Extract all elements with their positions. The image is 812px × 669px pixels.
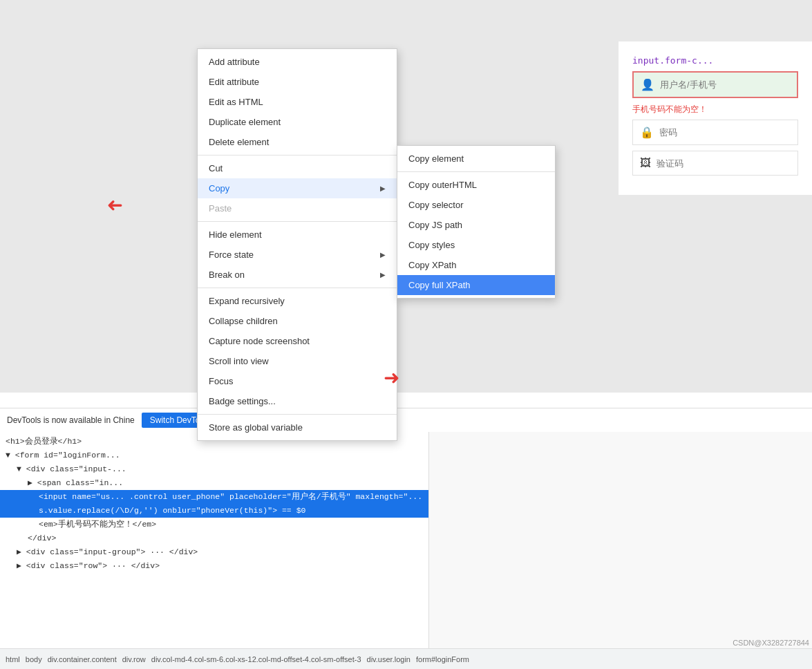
- menu-item-label: Break on: [209, 270, 245, 280]
- menu-item-label: Collapse children: [209, 316, 278, 326]
- html-line-8[interactable]: ▶ <div class="input-group"> ··· </div>: [0, 545, 428, 559]
- devtools-html-panel: <h1>会员登录</h1>▼ <form id="loginForm...▼ <…: [0, 432, 428, 648]
- submenu-item-copy-xpath[interactable]: Copy XPath: [397, 255, 555, 275]
- submenu-item-label: Copy element: [408, 153, 464, 164]
- html-line-7[interactable]: </div>: [0, 531, 428, 545]
- menu-item-edit-as-html[interactable]: Edit as HTML: [198, 92, 397, 112]
- html-line-5[interactable]: s.value.replace(/\D/g,'') onblur="phoneV…: [0, 504, 428, 518]
- copy-submenu: Copy elementCopy outerHTMLCopy selectorC…: [397, 145, 556, 299]
- menu-item-force-state[interactable]: Force state▶: [198, 245, 397, 265]
- menu-item-copy[interactable]: Copy▶: [198, 178, 397, 198]
- menu-item-label: Duplicate element: [209, 117, 281, 127]
- notification-text: DevTools is now available in Chine: [7, 415, 135, 425]
- submenu-arrow-icon: ▶: [380, 185, 386, 192]
- submenu-arrow-icon: ▶: [380, 251, 386, 258]
- html-line-3[interactable]: ▶ <span class="in...: [0, 476, 428, 490]
- password-input[interactable]: [659, 127, 791, 138]
- menu-item-label: Edit attribute: [209, 77, 259, 87]
- menu-item-paste: Paste: [198, 198, 397, 218]
- captcha-field[interactable]: 🖼: [632, 151, 798, 176]
- menu-item-cut[interactable]: Cut: [198, 158, 397, 178]
- menu-divider: [198, 288, 397, 288]
- captcha-input[interactable]: [657, 158, 791, 169]
- html-line-2[interactable]: ▼ <div class="input-...: [0, 462, 428, 476]
- arrow-right-indicator: ➜: [384, 366, 399, 389]
- menu-item-add-attribute[interactable]: Add attribute: [198, 52, 397, 72]
- submenu-arrow-icon: ▶: [380, 271, 386, 279]
- menu-item-label: Badge settings...: [209, 396, 276, 406]
- menu-item-label: Delete element: [209, 137, 269, 147]
- submenu-item-copy-outerhtml[interactable]: Copy outerHTML: [397, 175, 555, 195]
- submenu-item-copy-selector[interactable]: Copy selector: [397, 195, 555, 215]
- captcha-icon: 🖼: [640, 157, 651, 169]
- menu-item-expand-recursively[interactable]: Expand recursively: [198, 291, 397, 311]
- submenu-item-label: Copy XPath: [408, 260, 456, 270]
- breadcrumb-item-4[interactable]: div.col-md-4.col-sm-6.col-xs-12.col-md-o…: [151, 655, 361, 663]
- menu-item-hide-element[interactable]: Hide element: [198, 225, 397, 245]
- menu-divider: [198, 414, 397, 415]
- breadcrumb-item-6[interactable]: form#loginForm: [416, 655, 469, 663]
- menu-item-label: Force state: [209, 249, 254, 260]
- breadcrumb-item-1[interactable]: body: [26, 655, 42, 663]
- login-panel: input.form-c... 👤 手机号码不能为空！ 🔒 🖼: [619, 41, 812, 195]
- menu-item-label: Expand recursively: [209, 296, 285, 306]
- menu-item-collapse-children[interactable]: Collapse children: [198, 311, 397, 331]
- arrow-left-indicator: ➜: [107, 194, 123, 216]
- menu-item-label: Hide element: [209, 229, 262, 240]
- submenu-item-copy-js-path[interactable]: Copy JS path: [397, 215, 555, 235]
- breadcrumb-bar: html body div.container.content div.row …: [0, 648, 812, 669]
- breadcrumb-item-5[interactable]: div.user.login: [367, 655, 410, 663]
- menu-item-label: Edit as HTML: [209, 97, 263, 107]
- menu-item-label: Capture node screenshot: [209, 336, 310, 346]
- menu-item-scroll-into-view[interactable]: Scroll into view: [198, 351, 397, 371]
- menu-item-label: Add attribute: [209, 57, 260, 67]
- breadcrumb-item-2[interactable]: div.container.content: [48, 655, 117, 663]
- menu-divider: [198, 221, 397, 222]
- menu-item-duplicate-element[interactable]: Duplicate element: [198, 112, 397, 132]
- username-field[interactable]: 👤: [632, 71, 798, 98]
- menu-divider: [198, 155, 397, 156]
- notification-bar: DevTools is now available in Chine Switc…: [0, 408, 812, 432]
- csdn-watermark: CSDN@X3282727844: [733, 639, 809, 647]
- menu-item-break-on[interactable]: Break on▶: [198, 265, 397, 285]
- submenu-divider: [397, 171, 555, 172]
- menu-item-label: Paste: [209, 203, 232, 214]
- html-line-4[interactable]: <input name="us... .control user_phone" …: [0, 490, 428, 504]
- menu-item-store-as-global-variable[interactable]: Store as global variable: [198, 417, 397, 437]
- html-line-6[interactable]: <em>手机号码不能为空！</em>: [0, 518, 428, 531]
- html-line-9[interactable]: ▶ <div class="row"> ··· </div>: [0, 559, 428, 573]
- menu-item-capture-node-screenshot[interactable]: Capture node screenshot: [198, 331, 397, 351]
- css-selector-label: input.form-c...: [632, 55, 798, 66]
- password-field[interactable]: 🔒: [632, 120, 798, 145]
- submenu-item-label: Copy full XPath: [408, 280, 471, 290]
- menu-item-label: Focus: [209, 376, 233, 386]
- user-icon: 👤: [641, 78, 654, 91]
- submenu-item-label: Copy styles: [408, 240, 455, 250]
- menu-item-label: Store as global variable: [209, 422, 303, 433]
- menu-item-label: Copy: [209, 183, 229, 194]
- submenu-item-label: Copy outerHTML: [408, 180, 477, 190]
- menu-item-focus[interactable]: Focus: [198, 371, 397, 391]
- menu-item-badge-settings...[interactable]: Badge settings...: [198, 391, 397, 411]
- menu-item-edit-attribute[interactable]: Edit attribute: [198, 72, 397, 92]
- context-menu: Add attributeEdit attributeEdit as HTMLD…: [197, 48, 397, 441]
- lock-icon: 🔒: [640, 126, 654, 139]
- submenu-item-label: Copy selector: [408, 200, 463, 210]
- devtools-right-panel: [428, 432, 812, 648]
- menu-item-label: Cut: [209, 163, 223, 173]
- submenu-item-label: Copy JS path: [408, 220, 462, 230]
- breadcrumb-item-3[interactable]: div.row: [122, 655, 146, 663]
- breadcrumb-item-0[interactable]: html: [6, 655, 20, 663]
- submenu-item-copy-full-xpath[interactable]: Copy full XPath: [397, 275, 555, 295]
- menu-item-label: Scroll into view: [209, 356, 269, 366]
- html-line-1[interactable]: ▼ <form id="loginForm...: [0, 449, 428, 462]
- submenu-item-copy-element[interactable]: Copy element: [397, 149, 555, 169]
- error-message: 手机号码不能为空！: [632, 104, 798, 115]
- username-input[interactable]: [660, 79, 790, 90]
- menu-item-delete-element[interactable]: Delete element: [198, 132, 397, 152]
- submenu-item-copy-styles[interactable]: Copy styles: [397, 235, 555, 255]
